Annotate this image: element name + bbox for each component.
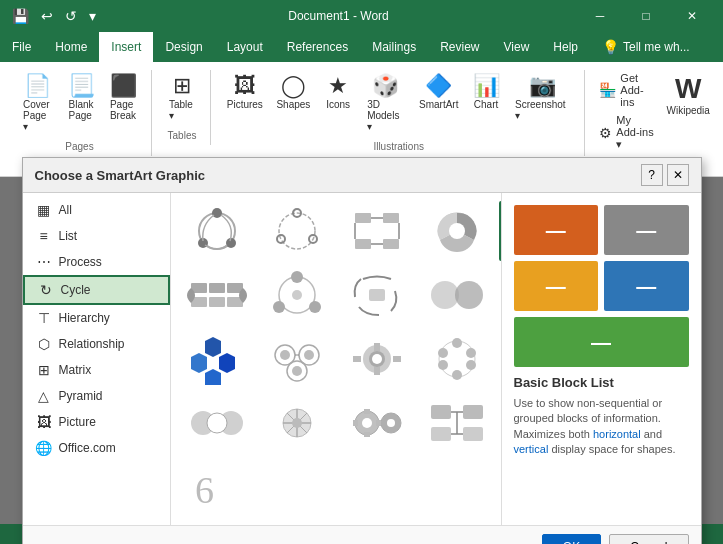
smartart-thumb-11[interactable] <box>179 329 255 389</box>
smartart-thumb-18[interactable] <box>339 393 415 453</box>
svg-point-34 <box>455 281 483 309</box>
sidebar-item-matrix[interactable]: ⊞ Matrix <box>23 357 170 383</box>
sidebar-item-cycle[interactable]: ↻ Cycle <box>23 275 170 305</box>
blank-page-button[interactable]: 📃 BlankPage <box>61 70 101 126</box>
pictures-label: Pictures <box>227 99 263 110</box>
menu-home[interactable]: Home <box>43 32 99 62</box>
menu-search[interactable]: 💡 Tell me wh... <box>590 32 702 62</box>
color-swatch-green[interactable]: — <box>514 317 689 367</box>
menu-file[interactable]: File <box>0 32 43 62</box>
color-swatch-orange[interactable]: — <box>514 205 599 255</box>
svg-marker-43 <box>219 353 235 373</box>
smartart-thumb-3[interactable] <box>339 201 415 261</box>
sidebar-item-relationship[interactable]: ⬡ Relationship <box>23 331 170 357</box>
save-icon[interactable]: 💾 <box>8 6 33 26</box>
smartart-button[interactable]: 🔷 SmartArt <box>413 70 464 115</box>
smartart-thumb-13[interactable] <box>339 329 415 389</box>
page-break-button[interactable]: ⬛ PageBreak <box>103 70 143 126</box>
sidebar-item-officecom[interactable]: 🌐 Office.com <box>23 435 170 461</box>
smartart-thumb-9[interactable] <box>419 265 495 325</box>
illustrations-group-label: Illustrations <box>373 137 424 152</box>
sidebar-item-process[interactable]: ⋯ Process <box>23 249 170 275</box>
smartart-thumb-2[interactable] <box>259 201 335 261</box>
svg-rect-87 <box>353 420 358 426</box>
screenshot-label: Screenshot ▾ <box>515 99 569 121</box>
smartart-thumb-8[interactable] <box>339 265 415 325</box>
shapes-button[interactable]: ◯ Shapes <box>271 70 317 115</box>
svg-point-60 <box>452 338 462 348</box>
wikipedia-button[interactable]: W Wikipedia <box>666 70 711 121</box>
svg-rect-32 <box>369 289 385 301</box>
menu-help[interactable]: Help <box>541 32 590 62</box>
preview-title: Basic Block List <box>514 375 689 390</box>
menu-layout[interactable]: Layout <box>215 32 275 62</box>
sidebar-item-pyramid[interactable]: △ Pyramid <box>23 383 170 409</box>
3d-models-icon: 🎲 <box>372 75 399 97</box>
pages-group-label: Pages <box>65 137 93 152</box>
svg-rect-85 <box>364 409 370 414</box>
sidebar-item-hierarchy[interactable]: ⊤ Hierarchy <box>23 305 170 331</box>
get-addins-button[interactable]: 🏪 Get Add-ins <box>595 70 659 110</box>
ribbon-group-pages: 📄 CoverPage ▾ 📃 BlankPage ⬛ PageBreak Pa… <box>8 70 152 156</box>
svg-rect-91 <box>431 427 451 441</box>
3d-models-button[interactable]: 🎲 3DModels ▾ <box>360 70 411 137</box>
close-button[interactable]: ✕ <box>669 0 715 32</box>
cover-page-button[interactable]: 📄 CoverPage ▾ <box>16 70 59 137</box>
smartart-thumb-14[interactable] <box>419 329 495 389</box>
wikipedia-label: Wikipedia <box>667 105 710 116</box>
color-swatch-blue[interactable]: — <box>604 261 689 311</box>
cancel-button[interactable]: Cancel <box>609 534 688 544</box>
smartart-thumb-1[interactable] <box>179 201 255 261</box>
minimize-button[interactable]: ─ <box>577 0 623 32</box>
dialog-help-button[interactable]: ? <box>641 164 663 186</box>
smartart-thumb-17[interactable] <box>259 393 335 453</box>
customize-icon[interactable]: ▾ <box>85 6 100 26</box>
smartart-sidebar: ▦ All ≡ List ⋯ Process ↻ Cycle <box>23 193 171 525</box>
shapes-label: Shapes <box>276 99 310 110</box>
pictures-button[interactable]: 🖼 Pictures <box>221 70 269 115</box>
menu-design[interactable]: Design <box>153 32 214 62</box>
tables-buttons: ⊞ Table ▾ <box>162 70 202 126</box>
smartart-icon: 🔷 <box>425 75 452 97</box>
svg-point-48 <box>304 350 314 360</box>
chart-button[interactable]: 📊 Chart <box>466 70 506 115</box>
my-addins-button[interactable]: ⚙ My Add-ins ▾ <box>595 112 659 153</box>
smartart-thumb-6[interactable] <box>179 265 255 325</box>
sidebar-label-picture: Picture <box>59 415 96 429</box>
icons-button[interactable]: ★ Icons <box>318 70 358 115</box>
smartart-dialog: Choose a SmartArt Graphic ? ✕ ▦ All ≡ Li… <box>22 157 702 544</box>
svg-rect-55 <box>374 367 380 375</box>
smartart-thumb-7[interactable] <box>259 265 335 325</box>
ok-button[interactable]: OK <box>542 534 601 544</box>
menu-view[interactable]: View <box>492 32 542 62</box>
maximize-button[interactable]: □ <box>623 0 669 32</box>
menu-insert[interactable]: Insert <box>99 32 153 62</box>
sidebar-item-all[interactable]: ▦ All <box>23 197 170 223</box>
smartart-thumb-19[interactable] <box>419 393 495 453</box>
redo-icon[interactable]: ↺ <box>61 6 81 26</box>
sidebar-label-pyramid: Pyramid <box>59 389 103 403</box>
undo-icon[interactable]: ↩ <box>37 6 57 26</box>
smartart-thumb-21[interactable]: 6 <box>179 457 255 517</box>
svg-point-58 <box>372 354 382 364</box>
picture-icon: 🖼 <box>35 414 53 430</box>
smartart-thumb-16[interactable] <box>179 393 255 453</box>
process-icon: ⋯ <box>35 254 53 270</box>
svg-point-64 <box>438 360 448 370</box>
table-button[interactable]: ⊞ Table ▾ <box>162 70 202 126</box>
menu-mailings[interactable]: Mailings <box>360 32 428 62</box>
smartart-thumb-12[interactable] <box>259 329 335 389</box>
dialog-close-button[interactable]: ✕ <box>667 164 689 186</box>
menu-review[interactable]: Review <box>428 32 491 62</box>
color-swatch-yellow[interactable]: — <box>514 261 599 311</box>
screenshot-button[interactable]: 📷 Screenshot ▾ <box>508 70 576 126</box>
smartart-thumb-4[interactable] <box>419 201 495 261</box>
color-swatch-gray[interactable]: — <box>604 205 689 255</box>
menu-references[interactable]: References <box>275 32 360 62</box>
svg-point-63 <box>452 370 462 380</box>
svg-point-46 <box>280 350 290 360</box>
sidebar-item-picture[interactable]: 🖼 Picture <box>23 409 170 435</box>
preview-description: Use to show non-sequential or grouped bl… <box>514 396 689 458</box>
blank-page-label: BlankPage <box>68 99 93 121</box>
sidebar-item-list[interactable]: ≡ List <box>23 223 170 249</box>
